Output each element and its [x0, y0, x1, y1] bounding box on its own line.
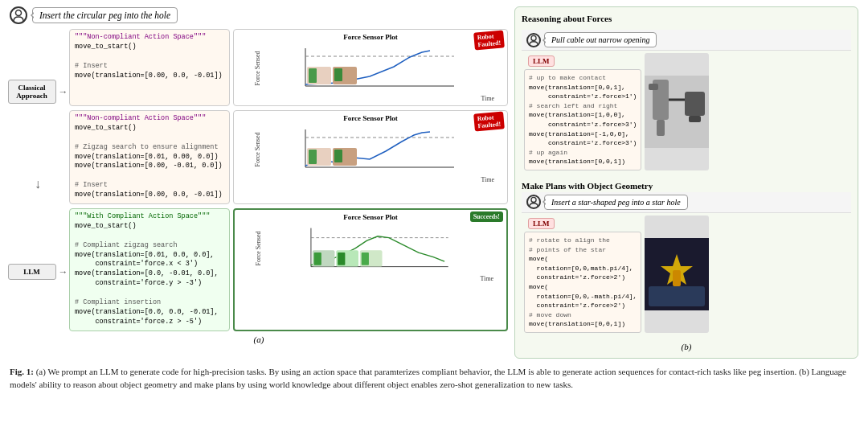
chart-title-3: Force Sensor Plot: [240, 213, 502, 221]
chart-svg-2: [253, 125, 502, 174]
llm-code-2: # rotate to align the # points of the st…: [524, 232, 641, 333]
llm-tag-2: LLM: [528, 218, 555, 229]
caption-text: (a) We prompt an LLM to generate code fo…: [10, 367, 846, 390]
task-bubble-a: Insert the circular peg into the hole: [10, 6, 508, 24]
down-arrow: ↓: [35, 177, 41, 191]
arrow-right-classical: →: [59, 86, 68, 98]
panel-b-title: Reasoning about Forces: [522, 14, 851, 23]
main-container: Insert the circular peg into the hole Cl…: [0, 0, 868, 398]
chart-box-3: Force Sensor Plot Succeeds! Force Sensed: [233, 208, 508, 331]
llm-tag-1: LLM: [528, 55, 555, 67]
code-box-1: """Non-compliant Action Space""" move_to…: [69, 29, 230, 106]
x-label-3: Time: [480, 275, 493, 282]
panel-b: Reasoning about Forces Pull cable out na…: [514, 6, 858, 359]
svg-point-32: [531, 198, 536, 203]
task-header-b2: Insert a star-shaped peg into a star hol…: [522, 192, 851, 213]
task-text-b2: Insert a star-shaped peg into a star hol…: [551, 198, 681, 207]
speech-bubble-b1: Pull cable out narrow opening: [544, 32, 657, 47]
y-label-1: Force Sensed: [254, 51, 261, 86]
code-box-3: """With Compliant Action Space""" move_t…: [69, 208, 230, 331]
top-section: Insert the circular peg into the hole Cl…: [10, 6, 858, 359]
code-box-2: """Non-compliant Action Space""" move_to…: [69, 110, 230, 204]
svg-rect-27: [649, 84, 658, 90]
arrow-right-llm: →: [59, 266, 68, 278]
chart-title-2: Force Sensor Plot: [239, 114, 502, 122]
svg-rect-14: [334, 150, 342, 162]
svg-rect-21: [338, 253, 345, 265]
task-text-b1: Pull cable out narrow opening: [551, 35, 649, 44]
make-plans-title: Make Plans with Object Geometry: [522, 181, 851, 191]
chart-wrapper-1: Force Sensed: [253, 44, 502, 92]
svg-rect-7: [334, 68, 342, 81]
task-header-b1: Pull cable out narrow opening: [522, 30, 851, 51]
diagram-label-b: (b): [522, 342, 851, 351]
robot-img-2: [645, 216, 709, 333]
svg-rect-19: [314, 253, 321, 265]
svg-rect-29: [685, 92, 705, 116]
svg-rect-28: [657, 120, 665, 136]
row-box-3: """With Compliant Action Space""" move_t…: [69, 208, 508, 331]
svg-rect-34: [649, 286, 705, 306]
chart-svg-3: [254, 224, 502, 273]
speech-bubble-b2: Insert a star-shaped peg into a star hol…: [544, 195, 688, 210]
caption-label: Fig. 1:: [10, 367, 34, 376]
svg-rect-23: [362, 253, 369, 265]
svg-rect-30: [689, 116, 701, 122]
classical-label: ClassicalApproach: [8, 80, 56, 104]
caption: Fig. 1: (a) We prompt an LLM to generate…: [10, 365, 858, 392]
y-label-3: Force Sensed: [255, 232, 262, 266]
svg-point-0: [16, 10, 22, 16]
section1: Pull cable out narrow opening LLM # up t…: [522, 30, 851, 173]
boxes-col: """Non-compliant Action Space""" move_to…: [69, 29, 508, 331]
chart-wrapper-3: Force Sensed: [254, 224, 502, 273]
speech-bubble-a: Insert the circular peg into the hole: [32, 7, 178, 23]
svg-rect-12: [309, 150, 317, 164]
label-col: ClassicalApproach → ↓ LLM →: [10, 29, 66, 331]
section2: Make Plans with Object Geometry Insert a…: [522, 178, 851, 335]
task-text-a: Insert the circular peg into the hole: [39, 10, 170, 20]
llm-code-1: # up to make contact move(translation=[0…: [524, 69, 641, 170]
panel-a: Insert the circular peg into the hole Cl…: [10, 6, 508, 359]
robot-img-1: [645, 53, 709, 170]
llm-label-a: LLM: [8, 264, 56, 280]
svg-rect-5: [309, 68, 317, 83]
x-label-2: Time: [481, 176, 494, 183]
svg-rect-36: [673, 270, 681, 286]
y-label-2: Force Sensed: [254, 133, 261, 167]
chart-svg-1: [253, 44, 502, 92]
svg-point-24: [531, 35, 536, 40]
user-icon-a: [10, 6, 27, 24]
chart-box-1: Force Sensor Plot RobotFaulted! Force Se…: [233, 29, 508, 106]
x-label-1: Time: [481, 95, 494, 102]
diagram-area-a: ClassicalApproach → ↓ LLM →: [10, 29, 508, 331]
chart-wrapper-2: Force Sensed: [253, 125, 502, 174]
chart-box-2: Force Sensor Plot RobotFaulted! Force Se…: [233, 110, 508, 204]
succeeds-label: Succeeds!: [470, 211, 503, 222]
diagram-label-a: (a): [10, 335, 508, 344]
chart-title-1: Force Sensor Plot: [239, 33, 502, 41]
row-box-1: """Non-compliant Action Space""" move_to…: [69, 29, 508, 106]
row-box-2: """Non-compliant Action Space""" move_to…: [69, 110, 508, 204]
